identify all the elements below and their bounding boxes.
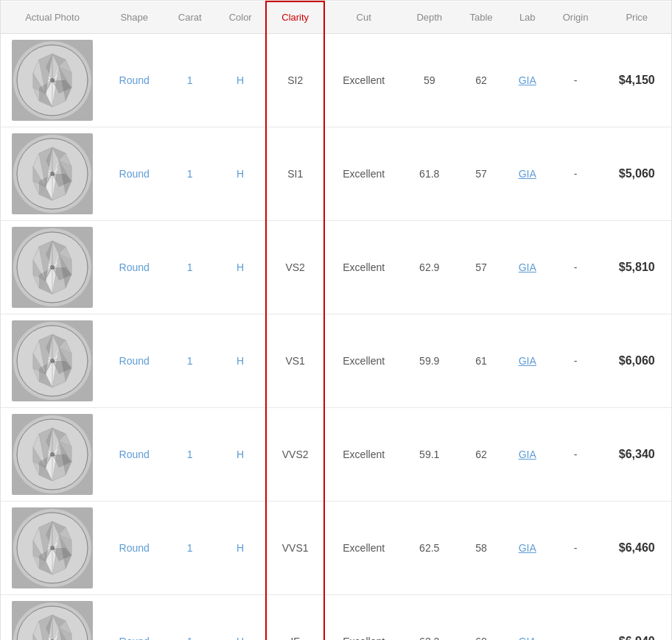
cell-origin: - bbox=[549, 221, 603, 314]
col-header-clarity: Clarity bbox=[266, 1, 324, 34]
table-row: Round 1 H SI2 Excellent 59 62 GIA - $4,1… bbox=[1, 34, 671, 127]
cell-lab[interactable]: GIA bbox=[506, 502, 549, 595]
cell-origin: - bbox=[549, 502, 603, 595]
cell-table: 62 bbox=[456, 408, 506, 502]
cell-cut: Excellent bbox=[324, 502, 402, 595]
cell-photo bbox=[1, 314, 104, 408]
cell-color: H bbox=[215, 34, 266, 127]
cell-photo bbox=[1, 221, 104, 314]
diamond-image bbox=[12, 507, 93, 588]
col-header-shape: Shape bbox=[104, 1, 164, 34]
cell-table: 60 bbox=[456, 595, 506, 641]
cell-lab[interactable]: GIA bbox=[506, 408, 549, 502]
col-header-lab: Lab bbox=[506, 1, 549, 34]
col-header-cut: Cut bbox=[324, 1, 402, 34]
cell-photo bbox=[1, 502, 104, 595]
cell-lab[interactable]: GIA bbox=[506, 595, 549, 641]
cell-table: 62 bbox=[456, 34, 506, 127]
cell-price: $6,060 bbox=[603, 314, 672, 408]
cell-lab[interactable]: GIA bbox=[506, 127, 549, 221]
diamond-image bbox=[12, 601, 93, 640]
cell-lab[interactable]: GIA bbox=[506, 314, 549, 408]
col-header-color: Color bbox=[215, 1, 266, 34]
cell-table: 61 bbox=[456, 314, 506, 408]
cell-depth: 62.2 bbox=[402, 595, 456, 641]
cell-color: H bbox=[215, 502, 266, 595]
diamond-image bbox=[12, 320, 93, 401]
col-header-table: Table bbox=[456, 1, 506, 34]
diamond-image bbox=[12, 414, 93, 495]
cell-clarity: VVS2 bbox=[266, 408, 324, 502]
table-row: Round 1 H VVS2 Excellent 59.1 62 GIA - $… bbox=[1, 408, 671, 502]
cell-photo bbox=[1, 34, 104, 127]
table-row: Round 1 H IF Excellent 62.2 60 GIA - $6,… bbox=[1, 595, 671, 641]
cell-price: $6,460 bbox=[603, 502, 672, 595]
cell-carat: 1 bbox=[164, 34, 215, 127]
cell-photo bbox=[1, 595, 104, 641]
cell-carat: 1 bbox=[164, 502, 215, 595]
cell-cut: Excellent bbox=[324, 314, 402, 408]
cell-table: 57 bbox=[456, 127, 506, 221]
cell-cut: Excellent bbox=[324, 34, 402, 127]
cell-color: H bbox=[215, 314, 266, 408]
cell-carat: 1 bbox=[164, 221, 215, 314]
col-header-photo: Actual Photo bbox=[1, 1, 104, 34]
cell-price: $6,940 bbox=[603, 595, 672, 641]
diamond-image bbox=[12, 133, 93, 214]
cell-price: $4,150 bbox=[603, 34, 672, 127]
cell-depth: 59 bbox=[402, 34, 456, 127]
cell-table: 57 bbox=[456, 221, 506, 314]
col-header-carat: Carat bbox=[164, 1, 215, 34]
cell-color: H bbox=[215, 221, 266, 314]
cell-price: $5,810 bbox=[603, 221, 672, 314]
diamond-image bbox=[12, 227, 93, 308]
cell-carat: 1 bbox=[164, 595, 215, 641]
cell-shape: Round bbox=[104, 34, 164, 127]
cell-clarity: VS2 bbox=[266, 221, 324, 314]
col-header-depth: Depth bbox=[402, 1, 456, 34]
col-header-origin: Origin bbox=[549, 1, 603, 34]
cell-clarity: SI1 bbox=[266, 127, 324, 221]
cell-carat: 1 bbox=[164, 408, 215, 502]
cell-table: 58 bbox=[456, 502, 506, 595]
cell-clarity: VS1 bbox=[266, 314, 324, 408]
cell-cut: Excellent bbox=[324, 127, 402, 221]
cell-origin: - bbox=[549, 595, 603, 641]
cell-clarity: VVS1 bbox=[266, 502, 324, 595]
cell-depth: 61.8 bbox=[402, 127, 456, 221]
cell-shape: Round bbox=[104, 408, 164, 502]
cell-color: H bbox=[215, 127, 266, 221]
cell-cut: Excellent bbox=[324, 408, 402, 502]
cell-depth: 59.9 bbox=[402, 314, 456, 408]
table-row: Round 1 H VS2 Excellent 62.9 57 GIA - $5… bbox=[1, 221, 671, 314]
cell-origin: - bbox=[549, 127, 603, 221]
cell-cut: Excellent bbox=[324, 595, 402, 641]
cell-color: H bbox=[215, 595, 266, 641]
cell-lab[interactable]: GIA bbox=[506, 34, 549, 127]
cell-origin: - bbox=[549, 408, 603, 502]
cell-shape: Round bbox=[104, 502, 164, 595]
cell-cut: Excellent bbox=[324, 221, 402, 314]
cell-lab[interactable]: GIA bbox=[506, 221, 549, 314]
cell-shape: Round bbox=[104, 127, 164, 221]
cell-origin: - bbox=[549, 314, 603, 408]
cell-carat: 1 bbox=[164, 127, 215, 221]
diamond-image bbox=[12, 40, 93, 121]
cell-clarity: SI2 bbox=[266, 34, 324, 127]
cell-shape: Round bbox=[104, 595, 164, 641]
cell-depth: 59.1 bbox=[402, 408, 456, 502]
cell-price: $6,340 bbox=[603, 408, 672, 502]
cell-photo bbox=[1, 127, 104, 221]
cell-depth: 62.9 bbox=[402, 221, 456, 314]
table-row: Round 1 H VVS1 Excellent 62.5 58 GIA - $… bbox=[1, 502, 671, 595]
cell-origin: - bbox=[549, 34, 603, 127]
cell-depth: 62.5 bbox=[402, 502, 456, 595]
cell-shape: Round bbox=[104, 314, 164, 408]
cell-carat: 1 bbox=[164, 314, 215, 408]
cell-clarity: IF bbox=[266, 595, 324, 641]
cell-price: $5,060 bbox=[603, 127, 672, 221]
cell-shape: Round bbox=[104, 221, 164, 314]
diamond-table: Actual Photo Shape Carat Color Clarity C… bbox=[0, 0, 672, 640]
table-row: Round 1 H VS1 Excellent 59.9 61 GIA - $6… bbox=[1, 314, 671, 408]
col-header-price: Price bbox=[603, 1, 672, 34]
